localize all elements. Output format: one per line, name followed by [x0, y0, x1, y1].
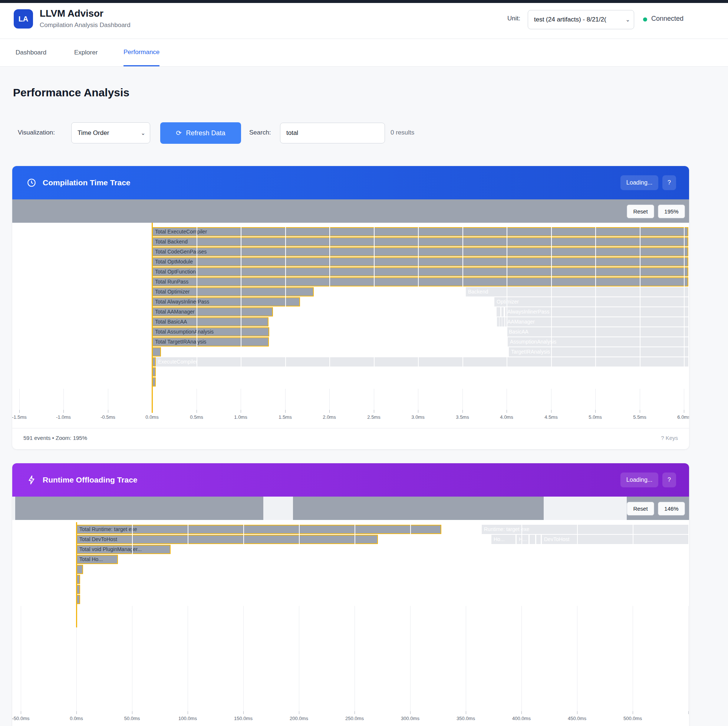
panel-title: Compilation Time Trace — [43, 178, 130, 187]
trace-bar[interactable]: Total OptModule — [152, 257, 688, 267]
trace-bar[interactable] — [502, 317, 505, 326]
gridline-overlay — [19, 223, 20, 389]
trace-bar[interactable]: Total BasicAA — [152, 317, 269, 326]
trace-bar[interactable] — [152, 347, 161, 357]
trace-bar[interactable]: Ho... — [491, 535, 515, 544]
connection-status-icon — [643, 17, 647, 21]
trace-bar[interactable]: AlwaysInlinerPass — [505, 307, 688, 316]
axis-tick-label: 50.0ms — [124, 715, 140, 721]
axis-tick-label: 3.5ms — [456, 414, 469, 420]
trace-bar[interactable]: Total Runtime: target exe — [76, 525, 441, 534]
trace-bar[interactable]: Total TargetIRAnalysis — [152, 337, 269, 346]
trace-bar[interactable]: Total DevToHost — [76, 535, 378, 544]
trace-bar[interactable] — [529, 535, 535, 544]
gridline-overlay — [506, 223, 507, 389]
trace-bar[interactable]: Total Optimizer — [152, 287, 314, 296]
flame-chart[interactable]: Total Runtime: target exeRuntime: target… — [12, 520, 689, 726]
search-input[interactable] — [280, 123, 385, 143]
loading-button[interactable]: Loading... — [621, 473, 658, 487]
axis-tick — [188, 711, 188, 714]
trace-bar[interactable] — [536, 535, 541, 544]
connection-status-label: Connected — [651, 15, 684, 23]
minimap-toolbar[interactable]: Reset146% — [12, 497, 689, 520]
trace-bar[interactable]: H... — [517, 535, 528, 544]
trace-bar[interactable]: TargetIRAnalysis — [509, 347, 688, 357]
gridline-overlay — [577, 520, 578, 606]
refresh-label: Refresh Data — [186, 129, 225, 137]
axis-tick — [418, 410, 418, 413]
axis-tick — [132, 711, 132, 714]
trace-bar[interactable]: Total RunPass — [152, 277, 688, 287]
trace-bar[interactable]: Total Backend — [152, 237, 688, 246]
axis-tick-label: -50.0ms — [12, 715, 29, 721]
gridline-overlay — [108, 223, 109, 389]
chevron-down-icon: ⌄ — [141, 130, 145, 136]
trace-bar[interactable]: Total ExecuteCompiler — [152, 227, 688, 236]
axis-tick-label: 4.0ms — [500, 414, 513, 420]
minimap-selection[interactable] — [12, 199, 689, 223]
axis-tick-label: 2.5ms — [367, 414, 380, 420]
trace-bar[interactable] — [76, 565, 83, 574]
gridline-overlay — [522, 520, 522, 606]
trace-bar[interactable]: Backend — [466, 287, 688, 296]
trace-bar[interactable]: Total Ho... — [76, 555, 118, 564]
trace-bar[interactable] — [502, 307, 504, 316]
trace-bar[interactable] — [497, 317, 499, 326]
axis-tick-label: 100.0ms — [178, 715, 197, 721]
trace-bar[interactable]: AssumptionAnalysis — [508, 337, 688, 346]
axis-tick-label: 0.0ms — [70, 715, 83, 721]
tab-dashboard[interactable]: Dashboard — [15, 39, 46, 66]
trace-bar[interactable]: DevToHost — [542, 535, 688, 544]
axis-tick — [374, 410, 374, 413]
axis-tick — [551, 410, 552, 413]
gridline-overlay — [63, 223, 64, 389]
reset-button[interactable]: Reset — [627, 502, 654, 516]
trace-bar[interactable]: Total AssumptionAnalysis — [152, 327, 269, 337]
help-button[interactable]: ? — [662, 473, 676, 487]
help-button[interactable]: ? — [662, 175, 676, 190]
trace-bar[interactable]: Total CodeGenPasses — [152, 247, 688, 256]
trace-bar[interactable]: Total AAManager — [152, 307, 273, 316]
gridline-overlay — [329, 223, 330, 389]
trace-bar[interactable]: Total void PluginManager... — [76, 545, 171, 554]
trace-bar[interactable] — [500, 317, 502, 326]
axis-tick — [241, 410, 241, 413]
tab-explorer[interactable]: Explorer — [74, 39, 98, 66]
minimap-toolbar[interactable]: Reset195% — [12, 199, 689, 223]
gridline-overlay — [418, 223, 419, 389]
flame-chart[interactable]: Total ExecuteCompilerTotal BackendTotal … — [12, 223, 689, 428]
trace-bar[interactable]: ExecuteCompiler — [156, 357, 688, 366]
gridline-overlay — [243, 520, 244, 606]
trace-bar[interactable]: Total OptFunction — [152, 267, 688, 276]
minimap-selection[interactable] — [15, 497, 263, 520]
unit-select[interactable]: test (24 artifacts) - 8/21/2( ⌄ — [528, 10, 634, 29]
minimap-selection[interactable] — [293, 497, 544, 520]
trace-bar[interactable]: AAManager — [505, 317, 688, 326]
zoom-level-button[interactable]: 195% — [658, 204, 685, 218]
controls-row: Visualization: Time Order ⌄ ⟳ Refresh Da… — [0, 122, 728, 145]
window-top-strip — [0, 0, 728, 3]
axis-tick — [108, 410, 108, 413]
trace-bar[interactable] — [497, 307, 500, 316]
axis-tick-label: -1.0ms — [56, 414, 71, 420]
trace-bar[interactable]: Total AlwaysInlinerPass — [152, 297, 300, 307]
loading-button[interactable]: Loading... — [621, 175, 658, 190]
trace-bar[interactable]: BasicAA — [506, 327, 688, 337]
trace-bar[interactable]: Optimizer — [494, 297, 688, 307]
tab-performance[interactable]: Performance — [124, 39, 159, 66]
search-results-count: 0 results — [390, 129, 414, 136]
visualization-select[interactable]: Time Order ⌄ — [71, 122, 150, 143]
visualization-select-value: Time Order — [78, 129, 109, 137]
axis-tick-label: 150.0ms — [234, 715, 252, 721]
gridline-overlay — [462, 223, 463, 389]
axis-tick — [21, 711, 21, 714]
axis-tick-label: 200.0ms — [290, 715, 308, 721]
gridline-overlay — [688, 520, 689, 606]
refresh-icon: ⟳ — [176, 129, 181, 137]
refresh-data-button[interactable]: ⟳ Refresh Data — [160, 122, 241, 144]
zoom-level-button[interactable]: 146% — [658, 502, 685, 516]
axis-tick-label: 250.0ms — [345, 715, 364, 721]
unit-label: Unit: — [507, 15, 520, 22]
trace-bar[interactable]: Runtime: target exe — [482, 525, 688, 534]
reset-button[interactable]: Reset — [627, 204, 654, 218]
